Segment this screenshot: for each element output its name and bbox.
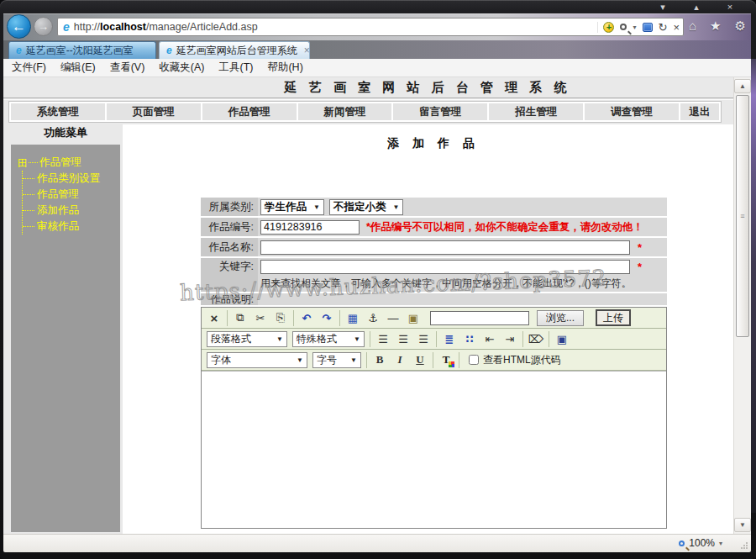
tab-label: 延艺画室--沈阳延艺画室 bbox=[26, 44, 134, 58]
bold-button[interactable]: B bbox=[370, 351, 390, 369]
forward-icon: → bbox=[38, 20, 49, 33]
zoom-control[interactable]: 100% ▾ bbox=[679, 537, 722, 549]
eraser-icon[interactable]: ⌦ bbox=[526, 330, 546, 348]
align-left-icon[interactable]: ☰ bbox=[373, 330, 393, 348]
nav-works-manage[interactable]: 作品管理 bbox=[202, 103, 297, 120]
work-name-input[interactable] bbox=[260, 240, 630, 255]
tree-item-review-work[interactable]: 审核作品 bbox=[23, 219, 120, 235]
favorites-icon[interactable]: ★ bbox=[710, 18, 721, 34]
minimize-button[interactable]: ▾ bbox=[655, 1, 670, 13]
menu-tools[interactable]: 工具(T) bbox=[218, 61, 253, 75]
tree-root-label: 作品管理 bbox=[39, 156, 81, 170]
menu-edit[interactable]: 编辑(E) bbox=[60, 61, 96, 75]
paragraph-format-select[interactable]: 段落格式 ▼ bbox=[207, 331, 287, 347]
resize-grip[interactable] bbox=[740, 541, 748, 550]
paste-icon[interactable]: ⎘ bbox=[270, 309, 291, 327]
font-size-select[interactable]: 字号 ▼ bbox=[312, 352, 361, 368]
browse-button[interactable]: 浏览... bbox=[537, 310, 584, 326]
editor-content-area[interactable] bbox=[202, 371, 666, 528]
view-source-checkbox[interactable] bbox=[469, 355, 479, 365]
weblink-icon[interactable]: ⚓ bbox=[363, 309, 383, 327]
table-icon[interactable]: ▦ bbox=[343, 309, 363, 327]
cut-icon[interactable]: ✂ bbox=[250, 309, 270, 327]
tree-root-works-manage[interactable]: 田 作品管理 bbox=[18, 155, 120, 171]
zoom-caret-icon[interactable]: ▾ bbox=[719, 540, 722, 547]
safety-icon[interactable]: + bbox=[603, 22, 614, 33]
editor-toolbar-row2: 段落格式 ▼ 特殊格式 ▼ ☰ ☰ bbox=[202, 329, 666, 350]
home-icon[interactable]: ⌂ bbox=[689, 18, 696, 34]
address-bar[interactable]: e http://localhost/manage/ArticleAdd.asp… bbox=[57, 18, 684, 36]
unordered-list-icon[interactable]: ∷ bbox=[459, 330, 480, 348]
stop-icon[interactable]: × bbox=[673, 22, 680, 33]
work-number-input[interactable] bbox=[260, 220, 360, 235]
save-icon[interactable]: ▣ bbox=[552, 330, 572, 348]
tree-item-add-work[interactable]: 添加作品 bbox=[23, 203, 120, 219]
nav-enroll-manage[interactable]: 招生管理 bbox=[489, 103, 583, 120]
search-icon[interactable] bbox=[620, 24, 627, 30]
scroll-up-icon[interactable]: ▲ bbox=[734, 79, 751, 93]
nav-news-manage[interactable]: 新闻管理 bbox=[298, 103, 392, 120]
tree-item-label: 作品管理 bbox=[37, 187, 79, 202]
nav-page-manage[interactable]: 页面管理 bbox=[107, 103, 201, 120]
number-label: 作品编号: bbox=[201, 218, 258, 236]
underline-button[interactable]: U bbox=[410, 351, 430, 369]
category-sub-select[interactable]: 不指定小类 ▼ bbox=[329, 199, 403, 215]
tree-connector bbox=[23, 226, 34, 227]
tree-expand-icon[interactable]: 田 bbox=[18, 158, 28, 168]
keyword-input[interactable] bbox=[260, 260, 630, 274]
upload-path-input[interactable] bbox=[430, 311, 529, 325]
align-center-icon[interactable]: ☰ bbox=[393, 330, 413, 348]
chevron-down-icon: ▼ bbox=[276, 335, 283, 343]
add-work-form: 所属类别: 学生作品 ▼ 不指定小类 ▼ bbox=[201, 198, 667, 529]
special-format-select[interactable]: 特殊格式 ▼ bbox=[292, 331, 365, 347]
nav-survey-manage[interactable]: 调查管理 bbox=[585, 103, 679, 120]
menu-view[interactable]: 查看(V) bbox=[110, 61, 145, 75]
category-label: 所属类别: bbox=[201, 198, 258, 216]
compatibility-icon[interactable] bbox=[643, 23, 653, 32]
vertical-scrollbar[interactable]: ▲ ≡ ▼ bbox=[733, 77, 751, 534]
back-button[interactable]: ← bbox=[7, 14, 31, 39]
undo-icon[interactable]: ↶ bbox=[297, 309, 317, 327]
tab-admin-system[interactable]: e 延艺画室网站后台管理系统 × bbox=[159, 41, 310, 59]
maximize-button[interactable]: ▴ bbox=[689, 1, 704, 13]
tab-yanyi-site[interactable]: e 延艺画室--沈阳延艺画室 bbox=[8, 41, 156, 59]
delete-icon[interactable]: × bbox=[204, 309, 224, 327]
refresh-icon[interactable]: ↻ bbox=[659, 22, 668, 33]
tab-bar: e 延艺画室--沈阳延艺画室 e 延艺画室网站后台管理系统 × bbox=[3, 40, 751, 59]
settings-gear-icon[interactable]: ⚙ bbox=[735, 18, 746, 34]
outdent-icon[interactable]: ⇤ bbox=[480, 330, 500, 348]
sidebar-title: 功能菜单 bbox=[8, 125, 123, 140]
search-caret-icon[interactable]: ▾ bbox=[633, 24, 636, 31]
window-close-button[interactable]: × bbox=[722, 1, 738, 13]
menu-file[interactable]: 文件(F) bbox=[12, 61, 46, 75]
nav-system-manage[interactable]: 系统管理 bbox=[11, 103, 105, 120]
align-right-icon[interactable]: ☰ bbox=[413, 330, 433, 348]
redo-icon[interactable]: ↷ bbox=[317, 309, 337, 327]
description-label: 作品说明: bbox=[201, 293, 258, 305]
divider bbox=[3, 98, 733, 100]
scrollbar-thumb[interactable]: ≡ bbox=[736, 95, 749, 337]
keyword-label: 关键字: bbox=[201, 258, 258, 292]
name-label: 作品名称: bbox=[201, 238, 258, 256]
forward-button[interactable]: → bbox=[34, 17, 53, 36]
nav-exit[interactable]: 退出 bbox=[680, 103, 719, 120]
tab-favicon: e bbox=[16, 45, 22, 56]
image-icon[interactable]: ▣ bbox=[403, 309, 423, 327]
nav-message-manage[interactable]: 留言管理 bbox=[393, 103, 487, 120]
text-color-button[interactable]: T bbox=[436, 351, 456, 369]
category-main-select[interactable]: 学生作品 ▼ bbox=[260, 199, 324, 215]
tree-item-works-manage[interactable]: 作品管理 bbox=[23, 187, 120, 203]
tree-item-category-setting[interactable]: 作品类别设置 bbox=[23, 171, 120, 187]
tab-close-icon[interactable]: × bbox=[297, 45, 310, 56]
italic-button[interactable]: I bbox=[390, 351, 410, 369]
copy-icon[interactable]: ⧉ bbox=[230, 309, 250, 327]
hr-icon[interactable]: — bbox=[383, 309, 403, 327]
scroll-down-icon[interactable]: ▼ bbox=[734, 518, 751, 532]
required-mark: * bbox=[638, 241, 642, 254]
menu-help[interactable]: 帮助(H) bbox=[267, 61, 302, 75]
menu-favorites[interactable]: 收藏夹(A) bbox=[159, 61, 204, 75]
upload-button[interactable]: 上传 bbox=[596, 309, 631, 326]
indent-icon[interactable]: ⇥ bbox=[500, 330, 520, 348]
ordered-list-icon[interactable]: ≣ bbox=[439, 330, 459, 348]
font-family-select[interactable]: 字体 ▼ bbox=[207, 352, 307, 368]
